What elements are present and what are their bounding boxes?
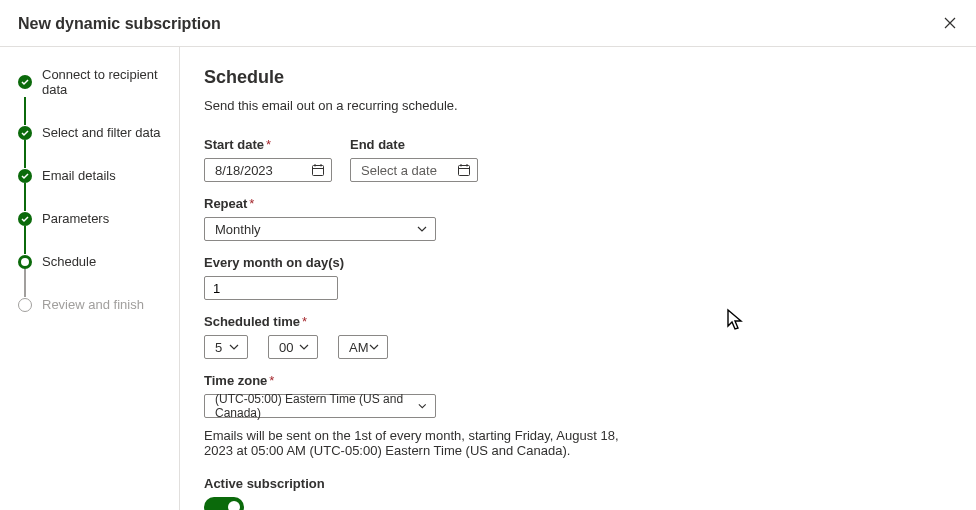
start-date-value: 8/18/2023 bbox=[215, 163, 273, 178]
check-icon bbox=[18, 212, 32, 226]
svg-rect-4 bbox=[459, 166, 470, 176]
active-subscription-label: Active subscription bbox=[204, 476, 952, 491]
timezone-value: (UTC-05:00) Eastern Time (US and Canada) bbox=[215, 392, 418, 420]
timezone-select[interactable]: (UTC-05:00) Eastern Time (US and Canada) bbox=[204, 394, 436, 418]
check-icon bbox=[18, 126, 32, 140]
close-button[interactable] bbox=[940, 12, 960, 36]
step-connector bbox=[24, 226, 26, 254]
minute-value: 00 bbox=[279, 340, 293, 355]
step-connect-recipient-data[interactable]: Connect to recipient data bbox=[18, 67, 179, 97]
content-pane: Schedule Send this email out on a recurr… bbox=[180, 47, 976, 510]
days-input[interactable] bbox=[204, 276, 338, 300]
pending-step-icon bbox=[18, 298, 32, 312]
chevron-down-icon bbox=[417, 226, 427, 232]
hour-value: 5 bbox=[215, 340, 222, 355]
days-label: Every month on day(s) bbox=[204, 255, 952, 270]
dialog-title: New dynamic subscription bbox=[18, 15, 221, 33]
start-date-label: Start date* bbox=[204, 137, 332, 152]
start-date-field: Start date* 8/18/2023 bbox=[204, 137, 332, 182]
step-label: Review and finish bbox=[42, 297, 144, 312]
step-label: Email details bbox=[42, 168, 116, 183]
step-schedule[interactable]: Schedule bbox=[18, 254, 179, 269]
step-select-filter-data[interactable]: Select and filter data bbox=[18, 125, 179, 140]
step-connector bbox=[24, 97, 26, 125]
check-icon bbox=[18, 169, 32, 183]
calendar-icon bbox=[311, 163, 325, 177]
close-icon bbox=[944, 17, 956, 29]
step-label: Schedule bbox=[42, 254, 96, 269]
ampm-value: AM bbox=[349, 340, 369, 355]
step-label: Select and filter data bbox=[42, 125, 161, 140]
repeat-label: Repeat* bbox=[204, 196, 952, 211]
end-date-label: End date bbox=[350, 137, 478, 152]
chevron-down-icon bbox=[418, 403, 427, 409]
chevron-down-icon bbox=[369, 344, 379, 350]
chevron-down-icon bbox=[299, 344, 309, 350]
end-date-input[interactable]: Select a date bbox=[350, 158, 478, 182]
repeat-value: Monthly bbox=[215, 222, 261, 237]
active-subscription-toggle[interactable] bbox=[204, 497, 244, 510]
page-subheading: Send this email out on a recurring sched… bbox=[204, 98, 952, 113]
wizard-steps: Connect to recipient data Select and fil… bbox=[0, 47, 180, 510]
schedule-summary-text: Emails will be sent on the 1st of every … bbox=[204, 428, 644, 458]
calendar-icon bbox=[457, 163, 471, 177]
repeat-select[interactable]: Monthly bbox=[204, 217, 436, 241]
chevron-down-icon bbox=[229, 344, 239, 350]
scheduled-time-label: Scheduled time* bbox=[204, 314, 952, 329]
step-parameters[interactable]: Parameters bbox=[18, 211, 179, 226]
current-step-icon bbox=[18, 255, 32, 269]
minute-select[interactable]: 00 bbox=[268, 335, 318, 359]
step-email-details[interactable]: Email details bbox=[18, 168, 179, 183]
start-date-input[interactable]: 8/18/2023 bbox=[204, 158, 332, 182]
step-label: Parameters bbox=[42, 211, 109, 226]
step-connector bbox=[24, 183, 26, 211]
page-heading: Schedule bbox=[204, 67, 952, 88]
hour-select[interactable]: 5 bbox=[204, 335, 248, 359]
step-connector bbox=[24, 269, 26, 297]
end-date-field: End date Select a date bbox=[350, 137, 478, 182]
svg-rect-0 bbox=[313, 166, 324, 176]
step-label: Connect to recipient data bbox=[42, 67, 179, 97]
end-date-placeholder: Select a date bbox=[361, 163, 437, 178]
toggle-knob bbox=[228, 501, 240, 510]
step-connector bbox=[24, 140, 26, 168]
check-icon bbox=[18, 75, 32, 89]
step-review-finish[interactable]: Review and finish bbox=[18, 297, 179, 312]
ampm-select[interactable]: AM bbox=[338, 335, 388, 359]
timezone-label: Time zone* bbox=[204, 373, 952, 388]
dialog-header: New dynamic subscription bbox=[0, 0, 976, 47]
